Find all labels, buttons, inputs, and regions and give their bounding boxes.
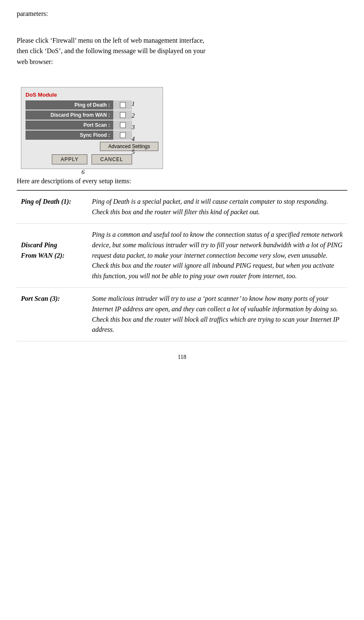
intro-line4: web browser:: [17, 58, 53, 65]
number-label-5: 5: [132, 149, 135, 156]
ping-of-death-label: Ping of Death :: [25, 100, 113, 110]
number-label-2: 2: [132, 112, 135, 119]
discard-ping-row: Discard Ping from WAN :: [25, 110, 158, 120]
port-scan-row: Port Scan :: [25, 120, 158, 130]
intro-line1: parameters:: [17, 8, 347, 19]
dos-action-buttons: APPLY CANCEL: [25, 154, 158, 164]
discard-ping-label: Discard Ping from WAN :: [25, 110, 113, 120]
dos-module-title: DoS Module: [25, 92, 158, 98]
advanced-settings-button[interactable]: Advanced Settings: [100, 142, 158, 151]
intro-line2: Please click ‘Firewall’ menu on the left…: [17, 37, 204, 44]
intro-line3: then click ‘DoS’, and the following mess…: [17, 47, 205, 54]
desc-port-scan: Some malicious intruder will try to use …: [88, 287, 347, 341]
cancel-button[interactable]: CANCEL: [92, 154, 132, 164]
term-ping-of-death: Ping of Death (1):: [17, 191, 88, 223]
sync-flood-label: Sync Flood :: [25, 131, 113, 140]
dos-screenshot-container: DoS Module Ping of Death : Discard Ping …: [17, 83, 163, 177]
table-row: Discard Ping From WAN (2): Ping is a com…: [17, 223, 347, 287]
table-row: Ping of Death (1): Ping of Death is a sp…: [17, 191, 347, 223]
number-label-4: 4: [132, 136, 135, 143]
ping-of-death-checkbox[interactable]: [113, 100, 132, 110]
intro-paragraph: Please click ‘Firewall’ menu on the left…: [17, 35, 347, 67]
sync-flood-checkbox[interactable]: [113, 131, 132, 140]
advanced-settings-row: Advanced Settings: [25, 142, 158, 151]
desc-discard-ping: Ping is a common and useful tool to know…: [88, 223, 347, 287]
ping-of-death-row: Ping of Death :: [25, 100, 158, 110]
descriptions-header: Here are descriptions of every setup ite…: [17, 177, 347, 185]
discard-ping-checkbox[interactable]: [113, 110, 132, 120]
descriptions-table: Ping of Death (1): Ping of Death is a sp…: [17, 191, 347, 341]
page-number: 118: [17, 354, 347, 361]
port-scan-checkbox[interactable]: [113, 120, 132, 130]
dos-module-box: DoS Module Ping of Death : Discard Ping …: [21, 87, 163, 169]
desc-ping-of-death: Ping of Death is a special packet, and i…: [88, 191, 347, 223]
table-row: Port Scan (3): Some malicious intruder w…: [17, 287, 347, 341]
term-port-scan: Port Scan (3):: [17, 287, 88, 341]
term-discard-ping: Discard Ping From WAN (2):: [17, 223, 88, 287]
sync-flood-row: Sync Flood :: [25, 131, 158, 140]
number-label-3: 3: [132, 124, 135, 131]
number-label-6: 6: [81, 169, 85, 176]
apply-button[interactable]: APPLY: [52, 154, 87, 164]
port-scan-label: Port Scan :: [25, 120, 113, 130]
number-label-1: 1: [132, 100, 135, 108]
